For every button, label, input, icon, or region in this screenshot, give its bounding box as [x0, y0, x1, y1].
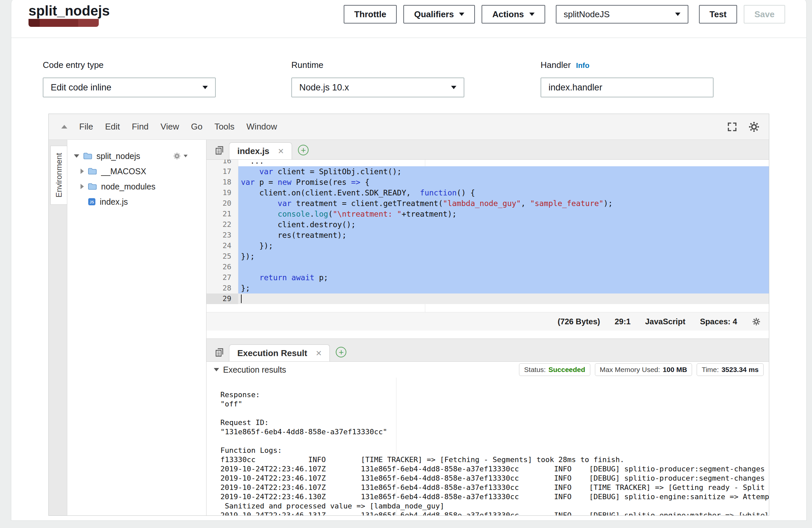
- menu-window[interactable]: Window: [247, 121, 277, 132]
- runtime-select[interactable]: Node.js 10.x: [291, 77, 464, 98]
- close-icon[interactable]: ×: [316, 348, 322, 358]
- gutter-line-number[interactable]: 21: [206, 209, 238, 219]
- handler-info-link[interactable]: Info: [576, 61, 589, 70]
- test-button[interactable]: Test: [699, 5, 737, 24]
- cloud9-editor: File Edit Find View Go Tools Window: [48, 114, 769, 516]
- log-line: "131e865f-6eb4-4dd8-858e-a37ef13330cc": [220, 427, 769, 437]
- code-editor-area[interactable]: 16 ...17 var client = SplitObj.client();…: [206, 160, 769, 312]
- gutter-line-number[interactable]: 22: [206, 219, 238, 230]
- tab-list-icon[interactable]: [215, 145, 224, 155]
- code-line[interactable]: 16 ...: [206, 160, 769, 166]
- menu-tools[interactable]: Tools: [215, 121, 235, 132]
- actions-label: Actions: [492, 9, 524, 19]
- log-line: Response:: [220, 390, 769, 399]
- collapse-menubar-icon[interactable]: [61, 125, 67, 129]
- gutter-line-number[interactable]: 19: [206, 188, 238, 198]
- gutter-line-number[interactable]: 18: [206, 177, 238, 188]
- log-line: Function Logs:: [220, 446, 769, 455]
- code-line[interactable]: 19 client.on(client.Event.SDK_READY, fun…: [206, 188, 769, 198]
- chevron-down-icon: [459, 13, 464, 16]
- results-tabbar: Execution Result × +: [206, 339, 769, 362]
- tree-item-root-folder[interactable]: split_nodejs: [67, 148, 206, 164]
- gutter-line-number[interactable]: 28: [206, 283, 238, 293]
- code-line[interactable]: 23 res(treatment);: [206, 230, 769, 240]
- tab-execution-result[interactable]: Execution Result ×: [229, 344, 330, 362]
- tree-settings-gear[interactable]: [173, 152, 188, 160]
- gutter-line-number[interactable]: 29: [206, 293, 238, 304]
- caret-right-icon[interactable]: [81, 184, 84, 189]
- qualifier-version-select[interactable]: splitNodeJS: [556, 5, 688, 24]
- memory-badge-value: 100 MB: [663, 366, 687, 373]
- gutter-line-number[interactable]: 27: [206, 272, 238, 283]
- code-line[interactable]: 26: [206, 262, 769, 272]
- header-actions: Throttle Qualifiers Actions splitNodeJS …: [344, 5, 785, 24]
- status-badge-label: Status:: [524, 366, 546, 373]
- code-line[interactable]: 28};: [206, 283, 769, 293]
- file-size-indicator: (726 Bytes): [557, 317, 600, 326]
- chevron-down-icon: [184, 155, 188, 157]
- gutter-line-number[interactable]: 20: [206, 198, 238, 209]
- code-line[interactable]: 22 client.destroy();: [206, 219, 769, 230]
- function-header: split_nodejs Throttle Qualifiers Actions…: [11, 0, 806, 38]
- log-line: 2019-10-24T22:23:46.130Z 131e865f-6eb4-4…: [220, 492, 769, 501]
- qualifiers-button[interactable]: Qualifiers: [403, 5, 475, 24]
- code-tabbar: index.js × +: [206, 140, 769, 160]
- gutter-line-number[interactable]: 23: [206, 230, 238, 240]
- new-tab-plus-icon[interactable]: +: [336, 347, 346, 357]
- code-line[interactable]: 18var p = new Promise(res => {: [206, 177, 769, 188]
- save-button[interactable]: Save: [744, 5, 785, 24]
- time-badge: Time: 3523.34 ms: [697, 363, 764, 376]
- code-line[interactable]: 25});: [206, 251, 769, 262]
- handler-field: Handler Info index.handler: [540, 60, 713, 98]
- tree-item-macosx-folder[interactable]: __MACOSX: [67, 164, 206, 179]
- menu-go[interactable]: Go: [191, 121, 203, 132]
- gutter-line-number[interactable]: 16: [206, 160, 238, 166]
- menu-file[interactable]: File: [79, 121, 93, 132]
- caret-down-icon[interactable]: [74, 155, 79, 158]
- editor-body: Environment split_nodejs: [49, 140, 769, 515]
- close-icon[interactable]: ×: [278, 146, 284, 156]
- tab-list-icon[interactable]: [215, 348, 224, 357]
- handler-input[interactable]: index.handler: [540, 77, 713, 98]
- file-tree: split_nodejs: [67, 140, 206, 515]
- menu-edit[interactable]: Edit: [105, 121, 120, 132]
- caret-down-icon[interactable]: [214, 368, 219, 371]
- actions-button[interactable]: Actions: [481, 5, 545, 24]
- gutter-line-number[interactable]: 17: [206, 166, 238, 177]
- environment-tab[interactable]: Environment: [50, 146, 67, 205]
- gutter-line-number[interactable]: 24: [206, 240, 238, 251]
- tree-item-node-modules-folder[interactable]: node_modules: [67, 179, 206, 194]
- new-tab-plus-icon[interactable]: +: [298, 145, 308, 155]
- code-line[interactable]: 20 var treatment = client.getTreatment("…: [206, 198, 769, 209]
- caret-right-icon[interactable]: [81, 168, 84, 174]
- log-line: [220, 409, 769, 418]
- gutter-line-number[interactable]: 25: [206, 251, 238, 262]
- code-line[interactable]: 27 return await p;: [206, 272, 769, 283]
- indentation-indicator: Spaces: 4: [700, 317, 737, 326]
- menu-find[interactable]: Find: [132, 121, 149, 132]
- folder-icon: [88, 182, 97, 190]
- gear-icon[interactable]: [748, 120, 760, 133]
- editor-statusbar: (726 Bytes) 29:1 JavaScript Spaces: 4: [206, 312, 769, 331]
- fullscreen-icon[interactable]: [726, 121, 738, 132]
- environment-strip: Environment: [49, 140, 67, 515]
- throttle-button[interactable]: Throttle: [344, 5, 397, 24]
- tab-indexjs[interactable]: index.js ×: [229, 143, 292, 159]
- editor-menus: File Edit Find View Go Tools Window: [79, 121, 277, 132]
- print-margin-line: [396, 378, 396, 515]
- code-line[interactable]: 21 console.log("\ntreatment: "+treatment…: [206, 209, 769, 219]
- chevron-down-icon: [203, 86, 208, 89]
- code-entry-type-select[interactable]: Edit code inline: [43, 77, 216, 98]
- code-line[interactable]: 24 });: [206, 240, 769, 251]
- log-line: Request ID:: [220, 418, 769, 427]
- tree-item-indexjs-file[interactable]: JS index.js: [67, 194, 206, 209]
- code-line[interactable]: 17 var client = SplitObj.client();: [206, 166, 769, 177]
- handler-value: index.handler: [549, 83, 602, 93]
- gear-icon: [173, 152, 181, 160]
- code-line[interactable]: 29: [206, 293, 769, 304]
- chevron-down-icon: [451, 86, 456, 89]
- menu-view[interactable]: View: [160, 121, 179, 132]
- gutter-line-number[interactable]: 26: [206, 262, 238, 272]
- language-mode-indicator: JavaScript: [645, 317, 685, 326]
- editor-settings-gear-icon[interactable]: [752, 317, 761, 326]
